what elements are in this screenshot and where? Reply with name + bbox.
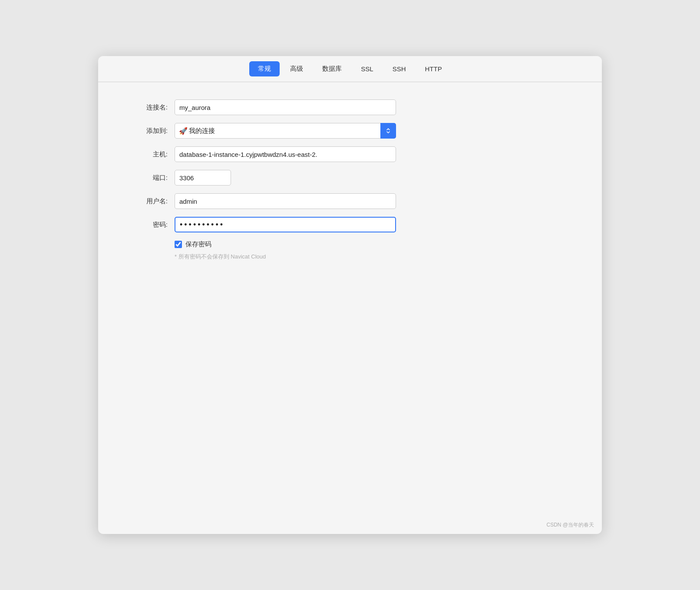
add-to-label: 添加到: [133, 127, 168, 135]
add-to-container: 🚀 [175, 123, 396, 139]
host-input[interactable] [175, 146, 396, 162]
form-area: 连接名: 添加到: 🚀 主机: 端口: [98, 82, 602, 534]
tab-ssl[interactable]: SSL [352, 62, 382, 76]
username-input[interactable] [175, 193, 396, 209]
watermark: CSDN @当年的春天 [546, 521, 594, 529]
port-label: 端口: [133, 174, 168, 182]
tab-bar: 常规 高级 数据库 SSL SSH HTTP [98, 56, 602, 82]
host-label: 主机: [133, 150, 168, 159]
rocket-icon: 🚀 [179, 127, 188, 135]
tab-http[interactable]: HTTP [416, 62, 451, 76]
tab-ssh[interactable]: SSH [384, 62, 415, 76]
add-to-row: 添加到: 🚀 [133, 123, 567, 139]
add-to-input[interactable] [175, 123, 396, 139]
connection-name-label: 连接名: [133, 103, 168, 112]
connection-name-input[interactable] [175, 99, 396, 115]
password-row: 密码: [133, 217, 567, 232]
add-to-dropdown-button[interactable] [380, 123, 396, 139]
chevron-up-down-icon [385, 128, 391, 134]
tab-advanced[interactable]: 高级 [281, 61, 312, 76]
port-row: 端口: [133, 170, 567, 186]
connection-dialog: 常规 高级 数据库 SSL SSH HTTP 连接名: 添加到: 🚀 [98, 56, 602, 534]
save-password-checkbox[interactable] [175, 241, 182, 248]
password-input[interactable] [175, 217, 396, 232]
username-row: 用户名: [133, 193, 567, 209]
tab-database[interactable]: 数据库 [314, 61, 350, 76]
save-password-row: 保存密码 [175, 240, 567, 249]
password-hint: * 所有密码不会保存到 Navicat Cloud [175, 253, 567, 261]
connection-name-row: 连接名: [133, 99, 567, 115]
host-row: 主机: [133, 146, 567, 162]
save-password-label[interactable]: 保存密码 [185, 240, 211, 249]
tab-general[interactable]: 常规 [249, 61, 280, 76]
port-input[interactable] [175, 170, 231, 186]
username-label: 用户名: [133, 197, 168, 206]
password-label: 密码: [133, 221, 168, 229]
